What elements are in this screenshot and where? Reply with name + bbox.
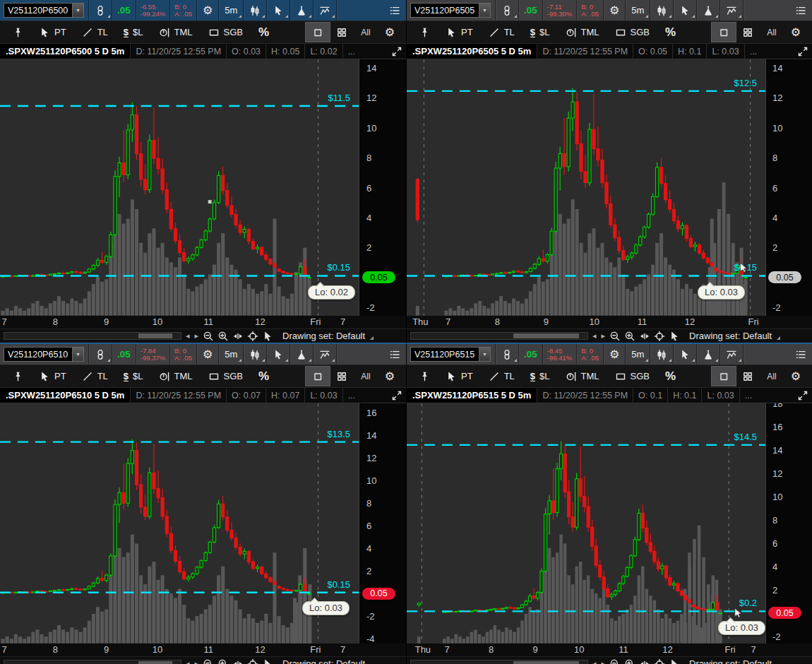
time-level-tool-button[interactable]: TML [558, 367, 607, 386]
pointer-icon[interactable] [669, 658, 680, 664]
grid-view-button[interactable] [330, 367, 354, 386]
chart-scrollbar[interactable] [410, 660, 588, 664]
grid-view-button[interactable] [736, 367, 760, 386]
time-level-tool-button[interactable]: TML [151, 23, 201, 42]
toolbar-settings-button[interactable]: ⚙ [378, 367, 402, 386]
toolbar-settings-button[interactable]: ⚙ [784, 367, 808, 386]
price-level-tool-button[interactable]: $ $L [116, 367, 151, 386]
patterns-button[interactable] [720, 0, 743, 20]
time-axis[interactable]: Thu789101112Fri [407, 316, 812, 328]
all-view-button[interactable]: All [354, 23, 378, 42]
pin-toolbar-button[interactable] [4, 367, 31, 386]
crosshair-icon[interactable] [654, 658, 665, 664]
symbol-input[interactable]: V251120P6510 ▼ [4, 347, 84, 362]
crosshair-icon[interactable] [247, 331, 258, 342]
grid-view-button[interactable] [736, 23, 760, 42]
bar-more[interactable]: ... [744, 44, 762, 59]
scrollbar-thumb[interactable] [513, 333, 579, 338]
patterns-button[interactable] [720, 344, 743, 364]
chart-style-button[interactable] [650, 0, 673, 20]
toolbar-settings-button[interactable]: ⚙ [378, 23, 402, 42]
scroll-right-button[interactable]: ▸ [194, 660, 200, 664]
pin-toolbar-button[interactable] [411, 23, 438, 42]
scroll-left-button[interactable]: ◂ [185, 332, 191, 340]
pointer-icon[interactable] [262, 658, 273, 664]
link-button[interactable] [496, 0, 518, 20]
symbol-input[interactable]: V251120P6500 ▼ [4, 3, 84, 18]
timeframe-button[interactable]: 5m [219, 0, 243, 20]
zoom-in-icon[interactable] [624, 331, 635, 342]
pointer-tool-button[interactable]: PT [438, 367, 481, 386]
studies-button[interactable] [290, 344, 313, 364]
shape-tool-button[interactable]: SGB [607, 367, 657, 386]
all-view-button[interactable]: All [760, 23, 784, 42]
trendline-tool-button[interactable]: TL [74, 367, 116, 386]
toolbar-settings-button[interactable]: ⚙ [784, 23, 808, 42]
time-level-tool-button[interactable]: TML [558, 23, 607, 42]
maximize-button[interactable] [391, 44, 402, 59]
shape-tool-button[interactable]: SGB [201, 23, 251, 42]
zoom-out-icon[interactable] [609, 658, 621, 664]
candlestick-plot[interactable]: $12.5$0.15 [407, 59, 766, 316]
percent-tool-button[interactable]: % [251, 367, 277, 386]
timeframe-button[interactable]: 5m [626, 0, 650, 20]
cursor-tool-button[interactable] [674, 344, 696, 364]
trendline-tool-button[interactable]: TL [481, 367, 523, 386]
price-level-tool-button[interactable]: $ $L [116, 23, 151, 42]
single-view-button[interactable] [712, 367, 736, 386]
symbol-dropdown-button[interactable]: ▼ [72, 4, 83, 17]
trendline-tool-button[interactable]: TL [481, 23, 523, 42]
pointer-tool-button[interactable]: PT [438, 23, 481, 42]
pointer-tool-button[interactable]: PT [31, 23, 74, 42]
chart-menu-button[interactable] [383, 0, 406, 20]
drawing-set-dropdown-icon[interactable] [370, 336, 374, 340]
scrollbar-thumb[interactable] [138, 333, 172, 338]
link-button[interactable] [496, 344, 518, 364]
chart-style-button[interactable] [244, 344, 266, 364]
maximize-button[interactable] [797, 44, 808, 59]
pan-icon[interactable] [639, 331, 650, 342]
percent-tool-button[interactable]: % [251, 23, 277, 42]
zoom-in-icon[interactable] [217, 331, 229, 342]
pan-icon[interactable] [639, 658, 650, 664]
scroll-right-button[interactable]: ▸ [601, 332, 607, 340]
price-axis[interactable]: 161412108642-2-4 [360, 403, 406, 644]
zoom-out-icon[interactable] [203, 331, 214, 342]
scroll-right-button[interactable]: ▸ [601, 660, 607, 664]
pointer-tool-button[interactable]: PT [31, 367, 74, 386]
drawing-set-label[interactable]: Drawing set: Default [689, 331, 772, 341]
drawing-set-label[interactable]: Drawing set: Default [282, 331, 365, 341]
zoom-in-icon[interactable] [217, 658, 229, 664]
time-axis[interactable]: 789101112Fri7 [0, 316, 406, 328]
zoom-out-icon[interactable] [203, 658, 214, 664]
scroll-left-button[interactable]: ◂ [185, 660, 191, 664]
link-button[interactable] [89, 344, 112, 364]
timeframe-button[interactable]: 5m [626, 344, 650, 364]
percent-tool-button[interactable]: % [657, 367, 683, 386]
patterns-button[interactable] [314, 0, 336, 20]
drawing-set-dropdown-icon[interactable] [777, 336, 780, 340]
single-view-button[interactable] [306, 23, 330, 42]
bar-more[interactable]: ... [739, 388, 757, 403]
price-level-tool-button[interactable]: $ $L [523, 367, 558, 386]
zoom-in-icon[interactable] [624, 658, 635, 664]
cursor-tool-button[interactable] [267, 344, 289, 364]
bar-more[interactable]: ... [342, 388, 360, 403]
chart-menu-button[interactable] [383, 344, 406, 364]
crosshair-icon[interactable] [247, 658, 258, 664]
scroll-left-button[interactable]: ◂ [592, 660, 597, 664]
bar-more[interactable]: ... [342, 44, 360, 59]
single-view-button[interactable] [712, 23, 736, 42]
chart-menu-button[interactable] [789, 344, 812, 364]
shape-tool-button[interactable]: SGB [607, 23, 657, 42]
time-axis[interactable]: 789101112Fri7 [0, 644, 406, 656]
candlestick-plot[interactable]: $11.5$0.15 [0, 59, 359, 316]
crosshair-icon[interactable] [654, 331, 665, 342]
chart-settings-button[interactable]: ⚙ [197, 344, 218, 364]
single-view-button[interactable] [306, 367, 330, 386]
drawing-set-label[interactable]: Drawing set: Default [282, 658, 365, 664]
price-level-tool-button[interactable]: $ $L [523, 23, 558, 42]
scroll-left-button[interactable]: ◂ [592, 332, 597, 340]
all-view-button[interactable]: All [760, 367, 784, 386]
chart-scrollbar[interactable] [410, 332, 588, 340]
